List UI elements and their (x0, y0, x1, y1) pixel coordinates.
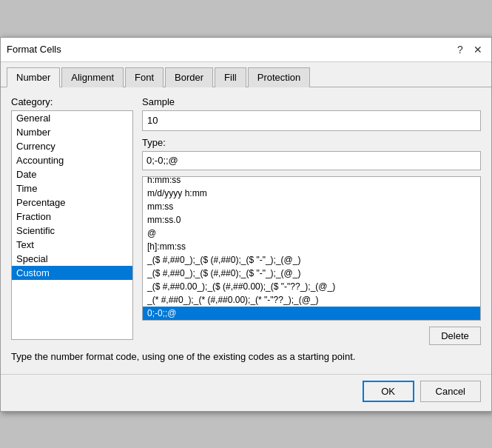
tab-font[interactable]: Font (125, 67, 164, 87)
bottom-buttons: OK Cancel (1, 374, 491, 411)
category-list[interactable]: GeneralNumberCurrencyAccountingDateTimeP… (11, 110, 133, 340)
list-item[interactable]: _(* #,##0_);_(* (#,##0.00);_(* "-"??_);_… (143, 293, 480, 307)
list-item[interactable]: mm:ss.0 (143, 213, 480, 227)
type-label: Type: (142, 137, 481, 148)
list-item[interactable]: Currency (12, 139, 132, 153)
list-item[interactable]: Special (12, 252, 132, 266)
tab-alignment[interactable]: Alignment (61, 67, 124, 87)
list-item[interactable]: Number (12, 125, 132, 139)
list-item[interactable]: Date (12, 167, 132, 181)
tab-border[interactable]: Border (165, 67, 213, 87)
list-item[interactable]: General (12, 111, 132, 125)
list-item[interactable]: Scientific (12, 224, 132, 238)
delete-row: Delete (142, 327, 481, 345)
list-item[interactable]: _($ #,##0_);_($ (#,##0);_($ "-"_);_(@_) (143, 267, 480, 280)
content-area: Category: GeneralNumberCurrencyAccountin… (1, 87, 491, 374)
list-item[interactable]: [h]:mm:ss (143, 240, 480, 253)
tab-number[interactable]: Number (7, 67, 60, 87)
tab-fill[interactable]: Fill (215, 67, 246, 87)
list-item[interactable]: mm:ss (143, 200, 480, 213)
list-item[interactable]: 0;-0;;@ (143, 307, 480, 320)
format-list-wrapper: h:mmh:mm:ssm/d/yyyy h:mmmm:ssmm:ss.0@[h]… (142, 176, 481, 321)
type-input[interactable] (142, 151, 481, 170)
list-item[interactable]: m/d/yyyy h:mm (143, 187, 480, 200)
list-item[interactable]: Accounting (12, 153, 132, 167)
close-button[interactable]: ✕ (471, 42, 485, 57)
two-column-layout: Category: GeneralNumberCurrencyAccountin… (11, 96, 481, 345)
format-cells-dialog: Format Cells ? ✕ Number Alignment Font B… (0, 37, 492, 412)
list-item[interactable]: Percentage (12, 195, 132, 210)
list-item[interactable]: h:mm:ss (143, 176, 480, 187)
type-section: Type: (142, 137, 481, 170)
list-item[interactable]: _($ #,##0.00_);_($ (#,##0.00);_($ "-"??_… (143, 280, 480, 293)
dialog-title: Format Cells (7, 44, 61, 55)
sample-value: 10 (142, 110, 481, 131)
category-panel: Category: GeneralNumberCurrencyAccountin… (11, 96, 133, 345)
title-bar: Format Cells ? ✕ (1, 38, 491, 62)
list-item[interactable]: _($ #,##0_);_($ (#,##0);_($ "-"_);_(@_) (143, 253, 480, 267)
help-button[interactable]: ? (453, 42, 468, 57)
list-item[interactable]: @ (143, 227, 480, 240)
hint-text: Type the number format code, using one o… (11, 345, 481, 365)
category-label: Category: (11, 96, 133, 107)
list-item[interactable]: Fraction (12, 210, 132, 224)
ok-button[interactable]: OK (363, 381, 414, 402)
sample-label: Sample (142, 96, 481, 107)
list-item[interactable]: Custom (12, 266, 132, 280)
cancel-button[interactable]: Cancel (420, 381, 481, 402)
sample-section: Sample 10 (142, 96, 481, 131)
delete-button[interactable]: Delete (429, 327, 481, 345)
list-item[interactable]: Time (12, 181, 132, 195)
format-list[interactable]: h:mmh:mm:ssm/d/yyyy h:mmmm:ssmm:ss.0@[h]… (142, 176, 481, 321)
list-item[interactable]: Text (12, 238, 132, 252)
tab-bar: Number Alignment Font Border Fill Protec… (1, 62, 491, 87)
title-controls: ? ✕ (453, 42, 485, 57)
right-panel: Sample 10 Type: h:mmh:mm:ssm/d/yyyy h:mm… (142, 96, 481, 345)
tab-protection[interactable]: Protection (248, 67, 311, 87)
